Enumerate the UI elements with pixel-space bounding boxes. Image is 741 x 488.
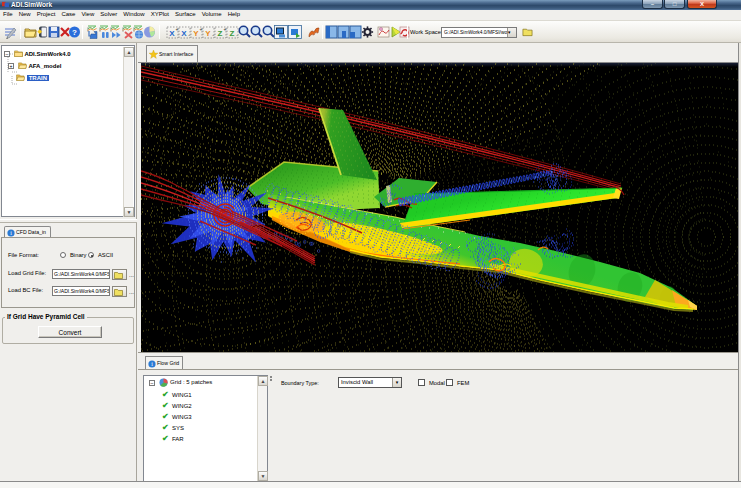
- svg-text:X: X: [169, 29, 175, 38]
- svg-text:Y: Y: [205, 29, 211, 38]
- svg-text:Z: Z: [218, 29, 223, 38]
- svg-text:Z: Z: [230, 29, 235, 38]
- svg-text:Y: Y: [193, 29, 199, 38]
- svg-text:X: X: [181, 29, 187, 38]
- svg-text:?: ?: [72, 28, 77, 37]
